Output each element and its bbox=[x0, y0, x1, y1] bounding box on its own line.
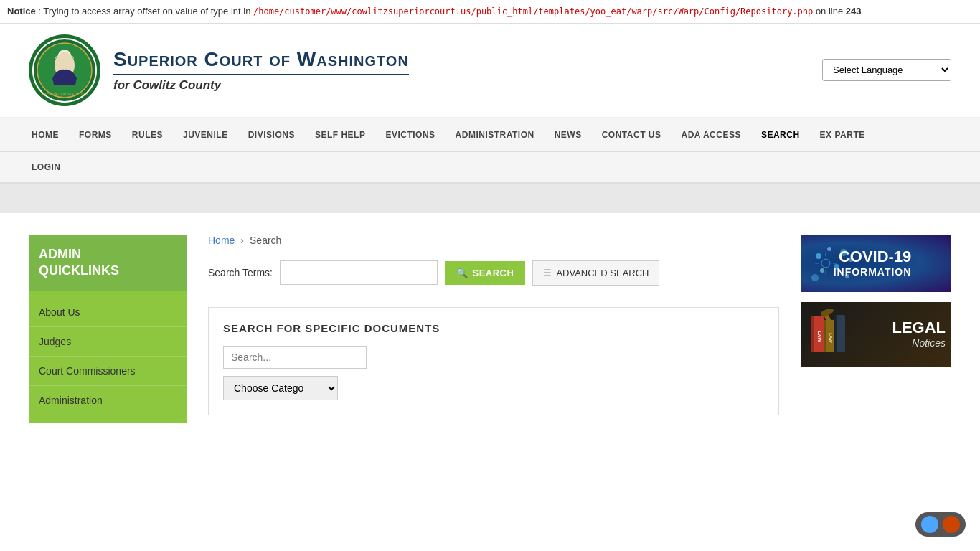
nav-item-contact[interactable]: CONTACT US bbox=[592, 118, 672, 151]
search-button[interactable]: 🔍 SEARCH bbox=[445, 261, 525, 285]
covid-title: COVID-19 bbox=[834, 248, 912, 265]
content-area: Home › Search Search Terms: 🔍 SEARCH ☰ A… bbox=[208, 235, 779, 443]
svg-text:LAW: LAW bbox=[817, 331, 822, 342]
svg-point-12 bbox=[811, 274, 819, 281]
notice-line-number: 243 bbox=[846, 6, 862, 17]
covid-subtitle: INFORMATION bbox=[834, 266, 912, 278]
search-btn-label: SEARCH bbox=[473, 268, 514, 278]
books-svg: LAW LAW bbox=[808, 309, 851, 359]
nav-link-exparte[interactable]: EX PARTE bbox=[810, 118, 875, 151]
nav-link-juvenile[interactable]: JUVENILE bbox=[173, 118, 238, 151]
notice-bar: Notice : Trying to access array offset o… bbox=[0, 0, 980, 24]
legal-banner[interactable]: LAW LAW LEGAL Notices bbox=[801, 302, 951, 367]
logo-circle: WASHINGTON STATE 1889 bbox=[29, 34, 100, 106]
nav-link-news[interactable]: NEWS bbox=[545, 118, 592, 151]
nav-item-exparte[interactable]: EX PARTE bbox=[810, 118, 875, 151]
nav-item-forms[interactable]: FORMS bbox=[69, 118, 122, 151]
svg-text:WASHINGTON STATE 1889: WASHINGTON STATE 1889 bbox=[42, 92, 88, 96]
logo-svg: WASHINGTON STATE 1889 bbox=[32, 38, 97, 103]
site-subtitle: for Cowlitz County bbox=[113, 78, 409, 93]
svg-point-14 bbox=[821, 259, 830, 268]
nav-item-news[interactable]: NEWS bbox=[545, 118, 592, 151]
language-dropdown[interactable]: Select Language English Spanish bbox=[822, 59, 951, 81]
nav-list: HOME FORMS RULES JUVENILE DIVISIONS SELF… bbox=[22, 118, 958, 151]
main-nav: HOME FORMS RULES JUVENILE DIVISIONS SELF… bbox=[0, 118, 980, 152]
nav-item-ada[interactable]: ADA ACCESS bbox=[671, 118, 750, 151]
notice-message: : Trying to access array offset on value… bbox=[38, 6, 253, 17]
sidebar: ADMIN QUICKLINKS About Us Judges Court C… bbox=[29, 235, 187, 443]
sidebar-header-line1: ADMIN bbox=[39, 247, 81, 261]
docs-search-input[interactable] bbox=[223, 346, 367, 369]
nav-link-selfhelp[interactable]: SELF HELP bbox=[305, 118, 376, 151]
search-icon: 🔍 bbox=[456, 268, 468, 278]
breadcrumb-home[interactable]: Home bbox=[208, 235, 235, 246]
notice-line-text: on line bbox=[816, 6, 846, 17]
nav-link-forms[interactable]: FORMS bbox=[69, 118, 122, 151]
svg-point-9 bbox=[820, 268, 824, 273]
sidebar-item-about[interactable]: About Us bbox=[29, 298, 187, 327]
nav-link-rules[interactable]: RULES bbox=[122, 118, 173, 151]
nav-item-search[interactable]: SEARCH bbox=[751, 118, 810, 151]
nav-item-administration[interactable]: ADMINISTRATION bbox=[446, 118, 545, 151]
right-sidebar: COVID-19 INFORMATION LAW bbox=[801, 235, 951, 443]
sidebar-links: About Us Judges Court Commissioners Admi… bbox=[29, 291, 187, 423]
sidebar-header: ADMIN QUICKLINKS bbox=[29, 235, 187, 291]
svg-point-6 bbox=[816, 253, 821, 259]
advanced-search-icon: ☰ bbox=[543, 268, 552, 278]
advanced-search-button[interactable]: ☰ ADVANCED SEARCH bbox=[532, 260, 659, 286]
legal-books-icon: LAW LAW bbox=[801, 306, 858, 363]
nav-link-ada[interactable]: ADA ACCESS bbox=[671, 118, 750, 151]
legal-content: LAW LAW LEGAL Notices bbox=[801, 306, 951, 363]
legal-subtitle: Notices bbox=[858, 337, 946, 349]
nav-link-administration[interactable]: ADMINISTRATION bbox=[446, 118, 545, 151]
specific-docs-box: SEARCH FOR SPECIFIC DOCUMENTS Choose Cat… bbox=[208, 307, 779, 415]
nav-item-divisions[interactable]: DIVISIONS bbox=[238, 118, 305, 151]
nav-second-row: LOGIN bbox=[0, 152, 980, 184]
nav-link-search[interactable]: SEARCH bbox=[751, 118, 810, 151]
sidebar-item-judges[interactable]: Judges bbox=[29, 327, 187, 357]
breadcrumb-current: Search bbox=[250, 235, 281, 246]
nav-item-home[interactable]: HOME bbox=[22, 118, 69, 151]
breadcrumb-separator: › bbox=[240, 235, 244, 246]
notice-path: /home/customer/www/cowlitzsuperiorcourt.… bbox=[253, 6, 813, 17]
main-content: ADMIN QUICKLINKS About Us Judges Court C… bbox=[0, 213, 980, 464]
breadcrumb: Home › Search bbox=[208, 235, 779, 246]
svg-rect-23 bbox=[824, 320, 826, 352]
covid-content: COVID-19 INFORMATION bbox=[834, 248, 919, 277]
site-title: Superior Court of Washington bbox=[113, 48, 409, 75]
legal-title: LEGAL bbox=[858, 319, 946, 336]
svg-point-4 bbox=[58, 52, 71, 67]
sidebar-header-line2: QUICKLINKS bbox=[39, 263, 119, 278]
site-title-block: Superior Court of Washington for Cowlitz… bbox=[113, 48, 409, 93]
nav-link-evictions[interactable]: EVICTIONS bbox=[375, 118, 445, 151]
language-selector[interactable]: Select Language English Spanish bbox=[822, 59, 951, 81]
nav-spacer bbox=[0, 184, 980, 213]
advanced-search-label: ADVANCED SEARCH bbox=[556, 268, 649, 278]
nav-link-contact[interactable]: CONTACT US bbox=[592, 118, 672, 151]
covid-banner[interactable]: COVID-19 INFORMATION bbox=[801, 235, 951, 292]
nav-item-evictions[interactable]: EVICTIONS bbox=[375, 118, 445, 151]
legal-text-block: LEGAL Notices bbox=[858, 319, 951, 348]
header-left: WASHINGTON STATE 1889 Superior Court of … bbox=[29, 34, 409, 106]
nav-link-divisions[interactable]: DIVISIONS bbox=[238, 118, 305, 151]
svg-rect-26 bbox=[834, 315, 837, 352]
nav-link-login[interactable]: LOGIN bbox=[22, 152, 71, 182]
nav-item-selfhelp[interactable]: SELF HELP bbox=[305, 118, 376, 151]
specific-docs-title: SEARCH FOR SPECIFIC DOCUMENTS bbox=[223, 322, 764, 334]
search-label: Search Terms: bbox=[208, 267, 273, 278]
search-form-row: Search Terms: 🔍 SEARCH ☰ ADVANCED SEARCH bbox=[208, 260, 779, 286]
nav-item-juvenile[interactable]: JUVENILE bbox=[173, 118, 238, 151]
svg-rect-20 bbox=[811, 316, 814, 352]
sidebar-item-admin[interactable]: Administration bbox=[29, 386, 187, 415]
nav-item-rules[interactable]: RULES bbox=[122, 118, 173, 151]
svg-point-7 bbox=[827, 247, 831, 251]
sidebar-item-commissioners[interactable]: Court Commissioners bbox=[29, 357, 187, 386]
notice-label: Notice bbox=[7, 6, 36, 17]
nav-link-home[interactable]: HOME bbox=[22, 118, 69, 151]
search-input[interactable] bbox=[280, 260, 438, 285]
header: WASHINGTON STATE 1889 Superior Court of … bbox=[0, 24, 980, 118]
docs-category-select[interactable]: Choose Catego Category 1 Category 2 bbox=[223, 376, 338, 400]
svg-text:LAW: LAW bbox=[829, 333, 833, 343]
